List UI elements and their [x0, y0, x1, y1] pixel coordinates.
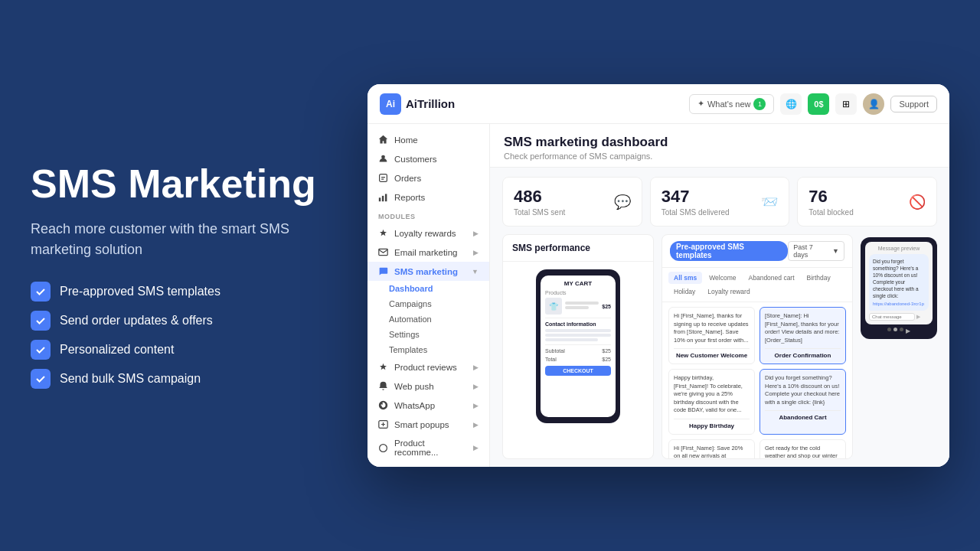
feature-label: Send order updates & offers	[60, 314, 213, 328]
message-input[interactable]	[869, 313, 915, 321]
template-order-confirm[interactable]: [Store_Name]: Hi [First_Name], thanks fo…	[760, 307, 846, 364]
svg-point-7	[380, 444, 387, 452]
feature-list: Pre-approved SMS templates Send order up…	[31, 282, 352, 389]
app-logo: Ai AiTrillion	[380, 93, 455, 115]
webpush-expand-icon: ▶	[473, 383, 479, 390]
whatsapp-expand-icon: ▶	[473, 402, 479, 409]
sidebar-item-home-label: Home	[394, 135, 418, 145]
template-abandoned[interactable]: Did you forget something? Here's a 10% d…	[760, 369, 846, 435]
phone-contact-lines	[545, 329, 611, 341]
filter-tab-all[interactable]: All sms	[668, 272, 702, 284]
filter-tab-loyalty[interactable]: Loyalty reward	[702, 285, 755, 298]
templates-title-badge: Pre-approved SMS templates	[670, 241, 788, 261]
main-content: SMS marketing dashboard Check performanc…	[490, 124, 949, 467]
filter-tabs: All sms Welcome Abandoned cart Birthday …	[662, 268, 852, 302]
template-upcoming-text: Get ready for the cold weather and shop …	[765, 445, 841, 460]
filter-tab-welcome[interactable]: Welcome	[704, 272, 741, 284]
sidebar-sub-dashboard[interactable]: Dashboard	[368, 281, 489, 296]
main-heading: SMS Marketing	[31, 162, 352, 206]
stat-card-blocked: 76 Total blocked 🚫	[797, 177, 937, 227]
svg-rect-1	[380, 174, 387, 182]
template-new-customer[interactable]: Hi [First_Name], thanks for signing up t…	[668, 307, 755, 364]
sidebar-item-sms-label: SMS marketing	[394, 267, 458, 276]
sidebar-item-recommender[interactable]: Product recomme... ▶	[368, 434, 489, 461]
sidebar-item-orders[interactable]: Orders	[368, 168, 489, 187]
sidebar: Home Customers Orders Reports MODULES Lo…	[368, 124, 490, 467]
feature-label: Send bulk SMS campaign	[60, 372, 201, 386]
app-screenshot: Ai AiTrillion ✦ What's new 1 🌐 0$ ⊞ 👤 Su…	[368, 84, 949, 467]
sidebar-item-email-label: Email marketing	[394, 248, 457, 257]
stat-delivered-label: Total SMS delivered	[662, 208, 730, 217]
filter-dropdown[interactable]: Past 7 days ▼	[788, 241, 844, 261]
sms-expand-icon: ▼	[472, 268, 479, 276]
template-birthday-name: Happy Birthday	[674, 419, 750, 429]
sms-delivered-icon: 📨	[761, 194, 778, 210]
sidebar-sub-settings[interactable]: Settings	[368, 327, 489, 342]
filter-tab-holiday[interactable]: Holiday	[668, 285, 701, 298]
logo-text: AiTrillion	[406, 97, 455, 110]
svg-rect-3	[382, 196, 384, 201]
dollar-badge-btn[interactable]: 0$	[808, 93, 829, 115]
popups-expand-icon: ▶	[473, 421, 479, 429]
phone-product-img: 👕	[545, 298, 562, 315]
template-birthday-text: Happy birthday, [First_Name]! To celebra…	[674, 374, 750, 415]
sidebar-item-loyalty[interactable]: Loyalty rewards ▶	[368, 223, 489, 243]
phone-contact-label: Contact information	[545, 321, 611, 327]
stat-blocked-label: Total blocked	[808, 208, 853, 217]
template-season-sale[interactable]: Hi [First_Name]: Save 20% on all new arr…	[668, 439, 755, 460]
user-avatar[interactable]: 👤	[863, 93, 884, 115]
sidebar-sub-automation[interactable]: Automation	[368, 311, 489, 327]
subtotal-value: $25	[602, 348, 611, 354]
check-icon	[31, 282, 51, 302]
svg-rect-2	[379, 197, 381, 201]
stats-row: 486 Total SMS sent 💬 347 Total SMS deliv…	[490, 168, 949, 227]
sms-performance-panel: SMS performance MY CART Products 👕	[502, 234, 654, 459]
stat-sent-label: Total SMS sent	[514, 208, 565, 217]
app-topnav: Ai AiTrillion ✦ What's new 1 🌐 0$ ⊞ 👤 Su…	[368, 84, 949, 124]
feature-item: Personalized content	[31, 340, 352, 360]
preview-bubble-text: Did you forget something? Here's a 10% d…	[873, 259, 919, 298]
support-button[interactable]: Support	[890, 96, 937, 112]
template-upcoming[interactable]: Get ready for the cold weather and shop …	[760, 439, 846, 460]
templates-panel: Pre-approved SMS templates Past 7 days ▼…	[662, 234, 853, 459]
sidebar-item-whatsapp[interactable]: WhatsApp ▶	[368, 396, 489, 415]
filter-tab-abandoned[interactable]: Abandoned cart	[743, 272, 800, 284]
recommender-expand-icon: ▶	[473, 444, 479, 452]
sidebar-item-email[interactable]: Email marketing ▶	[368, 243, 489, 262]
sidebar-item-reviews[interactable]: Product reviews ▶	[368, 357, 489, 377]
sidebar-item-home[interactable]: Home	[368, 130, 489, 149]
check-icon	[31, 311, 51, 331]
whats-new-button[interactable]: ✦ What's new 1	[689, 94, 775, 114]
language-icon-btn[interactable]: 🌐	[780, 93, 802, 115]
sidebar-sub-campaigns[interactable]: Campaigns	[368, 296, 489, 311]
logo-icon: Ai	[380, 93, 401, 115]
preview-bubble: Did you forget something? Here's a 10% d…	[869, 254, 929, 311]
template-birthday[interactable]: Happy birthday, [First_Name]! To celebra…	[668, 369, 755, 435]
preview-nav-icon[interactable]: ▶	[906, 328, 910, 334]
preview-phone-panel: Message preview Did you forget something…	[861, 237, 937, 339]
sidebar-item-sms[interactable]: SMS marketing ▼	[368, 262, 489, 281]
phone-divider-1	[545, 318, 611, 318]
grid-icon-btn[interactable]: ⊞	[835, 93, 857, 115]
main-subtitle: Reach more customer with the smart SMS m…	[31, 219, 352, 260]
bottom-panels: SMS performance MY CART Products 👕	[490, 227, 949, 467]
phone-checkout-btn[interactable]: CHECKOUT	[545, 366, 611, 376]
sidebar-item-popups[interactable]: Smart popups ▶	[368, 415, 489, 434]
sidebar-sub-templates[interactable]: Templates	[368, 342, 489, 357]
filter-tab-birthday[interactable]: Birthday	[802, 272, 836, 284]
total-label: Total	[545, 357, 557, 362]
template-abandoned-text: Did you forget something? Here's a 10% d…	[765, 374, 841, 406]
sidebar-item-whatsapp-label: WhatsApp	[394, 401, 435, 410]
sidebar-item-reports[interactable]: Reports	[368, 187, 489, 207]
feature-item: Send order updates & offers	[31, 311, 352, 331]
phone-cart-title: MY CART	[545, 280, 611, 287]
reviews-expand-icon: ▶	[473, 364, 479, 371]
preview-dot-1	[887, 328, 891, 331]
stat-sent-value: 486	[514, 187, 565, 207]
svg-rect-4	[385, 194, 387, 201]
sidebar-item-webpush[interactable]: Web push ▶	[368, 377, 489, 396]
sidebar-item-popups-label: Smart popups	[394, 420, 449, 429]
sidebar-item-customers[interactable]: Customers	[368, 149, 489, 168]
send-icon[interactable]: ▶	[916, 314, 920, 320]
feature-item: Send bulk SMS campaign	[31, 369, 352, 389]
